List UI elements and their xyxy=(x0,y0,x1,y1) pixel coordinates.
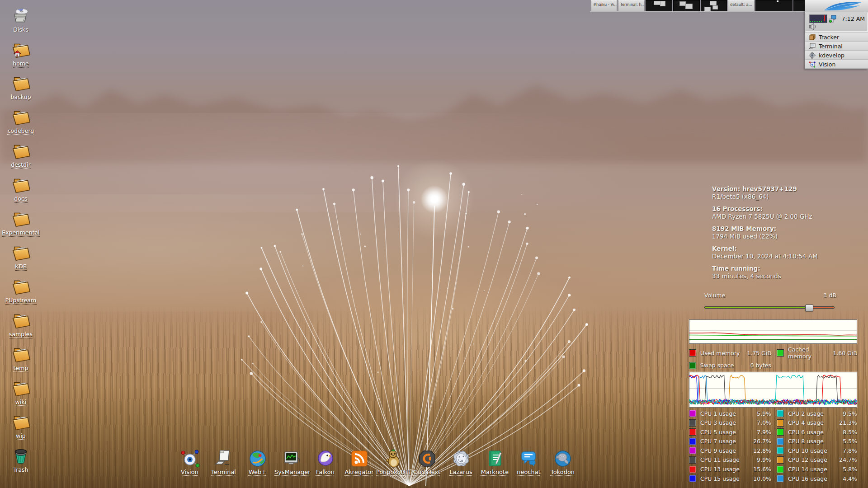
legend-label: CPU 9 usage xyxy=(700,447,753,454)
folder-icon xyxy=(10,175,31,195)
legend-entry: CPU 4 usage21.3% xyxy=(777,419,857,427)
deskbar-app-list: Tracker Terminal kdevelop xyxy=(805,32,868,69)
sysinfo-uptime-value: 33 minutes, 4 seconds xyxy=(712,272,818,280)
legend-swatch xyxy=(689,456,696,464)
desktop-icon-label: Experimental xyxy=(0,229,42,236)
desktop-icon-label: backup xyxy=(0,94,42,100)
volume-widget: Volume 3 dB xyxy=(704,292,836,310)
dock-item-vision[interactable]: Vision xyxy=(173,449,207,475)
dock-item-falkon[interactable]: Falkon xyxy=(308,449,342,475)
system-info: Version: hrev57937+129R1/beta5 (x86_64) … xyxy=(712,185,818,285)
desktop-icon-label: docs xyxy=(0,195,42,202)
volume-tray-icon[interactable] xyxy=(808,23,816,30)
folder-icon xyxy=(10,141,31,161)
desktop-icon-label: wiki xyxy=(0,399,42,405)
dock-item-tokodon[interactable]: Tokodon xyxy=(546,449,580,475)
dock-item-webplus[interactable]: Web+ xyxy=(241,449,274,475)
workspace-preview[interactable] xyxy=(793,0,806,11)
desktop-icon-label: destdir xyxy=(0,161,42,168)
legend-value: 8.5% xyxy=(843,429,857,436)
dock-item-cudatext[interactable]: CudaText xyxy=(410,449,444,475)
deskbar-item-label: Tracker xyxy=(819,34,839,41)
window-tab-terminal[interactable]: Terminal: h... xyxy=(618,0,645,11)
deskbar-menu[interactable] xyxy=(805,0,868,12)
legend-swatch xyxy=(689,475,696,482)
dock-item-marknote[interactable]: Marknote xyxy=(478,449,512,475)
legend-swatch xyxy=(689,349,696,357)
dock-item-label: Terminal xyxy=(207,469,241,475)
legend-label: CPU 10 usage xyxy=(788,447,843,454)
folder-home-icon xyxy=(10,40,31,60)
workspace-preview[interactable] xyxy=(673,0,700,11)
desktop-icon-kde[interactable]: KDE xyxy=(0,243,42,270)
desktop-icon-disks[interactable]: Disks xyxy=(0,6,42,33)
legend-value: 7.0% xyxy=(757,419,771,426)
process-controller-icon[interactable] xyxy=(809,14,827,23)
deskbar-item-tracker[interactable]: Tracker xyxy=(805,33,868,42)
legend-entry: CPU 5 usage7.9% xyxy=(689,428,771,436)
desktop-icon-backup[interactable]: backup xyxy=(0,73,42,100)
legend-value: 7.9% xyxy=(757,429,771,436)
legend-swatch xyxy=(689,438,696,445)
volume-track[interactable] xyxy=(704,306,835,309)
dock-item-label: Falkon xyxy=(308,469,342,475)
dock-item-ponpokodiff[interactable]: PonpokoDiff xyxy=(376,449,410,475)
desktop-icon-wip[interactable]: wip xyxy=(0,412,42,439)
desktop-icon-wiki[interactable]: wiki xyxy=(0,378,42,405)
legend-label: CPU 7 usage xyxy=(700,438,753,445)
tokodon-icon xyxy=(553,449,573,469)
legend-swatch xyxy=(777,466,784,473)
vision-icon xyxy=(809,61,816,68)
dock-item-label: Tokodon xyxy=(546,469,580,475)
deskbar-item-kdevelop[interactable]: kdevelop xyxy=(805,51,868,60)
legend-value: 21.3% xyxy=(839,419,857,426)
falkon-icon xyxy=(316,449,335,469)
sysinfo-kernel-value: December 10, 2024 at 4:10:54 AM xyxy=(712,253,818,260)
memory-monitor: Used memory 1.75 GiB Cached memory 1.60 … xyxy=(689,319,857,371)
dock-item-terminal[interactable]: Terminal xyxy=(207,449,241,475)
legend-label: CPU 14 usage xyxy=(788,466,843,473)
workspace-preview[interactable] xyxy=(701,0,727,11)
window-tab-default[interactable]: default: a... xyxy=(728,0,755,11)
deskbar-tray: 7:12 AM xyxy=(806,13,868,32)
legend-swatch xyxy=(777,447,784,454)
legend-entry: CPU 9 usage12.8% xyxy=(689,447,771,454)
sysinfo-cpu-title: 16 Processors: xyxy=(712,205,818,213)
legend-value: 5.8% xyxy=(843,466,857,473)
volume-slider[interactable] xyxy=(704,305,836,310)
workspace-preview[interactable] xyxy=(755,0,793,11)
deskbar-clock[interactable]: 7:12 AM xyxy=(842,15,865,22)
desktop-icon-trash[interactable]: Trash xyxy=(0,446,42,473)
disks-icon xyxy=(10,6,31,26)
desktop-icon-samples[interactable]: samples xyxy=(0,310,42,338)
deskbar-item-terminal[interactable]: Terminal xyxy=(805,42,868,51)
desktop-icon-experimental[interactable]: Experimental xyxy=(0,209,42,236)
desktop-icon-docs[interactable]: docs xyxy=(0,175,42,202)
folder-icon xyxy=(10,412,31,432)
dock-item-label: Lazarus xyxy=(444,469,478,475)
desktop-icon-label: Disks xyxy=(0,26,42,33)
desktop-icon-pupstream[interactable]: PUpstream xyxy=(0,277,42,304)
legend-entry: CPU 14 usage5.8% xyxy=(777,466,857,473)
desktop-icon-temp[interactable]: temp xyxy=(0,344,42,371)
window-tab-vision[interactable]: #haiku - Vi... xyxy=(591,0,617,11)
desktop-icon-destdir[interactable]: destdir xyxy=(0,141,42,168)
volume-thumb[interactable] xyxy=(805,305,813,311)
dock-item-sysmanager[interactable]: SysManager xyxy=(274,449,308,475)
dock-item-neochat[interactable]: neochat xyxy=(512,449,546,475)
desktop-icon-home[interactable]: home xyxy=(0,40,42,67)
legend-entry: CPU 1 usage5.9% xyxy=(689,410,771,417)
legend-entry: Swap space 0 bytes xyxy=(689,362,771,369)
desktop-icon-label: home xyxy=(0,60,42,67)
dock-item-lazarus[interactable]: Lazarus xyxy=(444,449,478,475)
desktop-icon-codeberg[interactable]: codeberg xyxy=(0,107,42,134)
haiku-leaf-icon xyxy=(823,1,864,12)
deskbar-item-vision[interactable]: Vision xyxy=(805,60,868,69)
workspace-preview[interactable] xyxy=(646,0,672,11)
legend-label: CPU 3 usage xyxy=(700,419,757,426)
dock-item-akregator[interactable]: Akregator xyxy=(342,449,376,475)
legend-value: 24.7% xyxy=(839,456,857,463)
dock: Vision Terminal xyxy=(173,449,580,475)
dock-item-label: Akregator xyxy=(342,469,376,475)
network-status-icon[interactable] xyxy=(828,14,837,23)
